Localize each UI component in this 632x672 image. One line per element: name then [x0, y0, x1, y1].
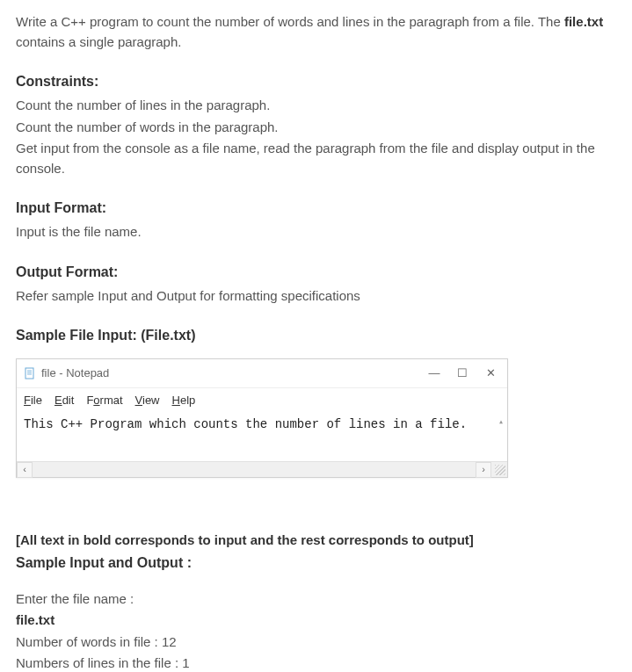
notepad-window: file - Notepad — ☐ ✕ File Edit Format Vi…: [16, 358, 508, 478]
maximize-button[interactable]: ☐: [456, 365, 469, 382]
close-button[interactable]: ✕: [484, 365, 497, 382]
sample-io-heading: Sample Input and Output :: [16, 553, 616, 574]
constraint-line: Count the number of words in the paragra…: [16, 118, 616, 138]
menu-format[interactable]: Format: [86, 392, 122, 409]
output-format-heading: Output Format:: [16, 262, 616, 283]
minimize-button[interactable]: —: [428, 365, 440, 382]
notepad-title-left: file - Notepad: [24, 365, 109, 382]
io-line: Number of words in file : 12: [16, 632, 616, 653]
notepad-app-icon: [24, 367, 36, 379]
io-line-input: file.txt: [16, 611, 616, 631]
notepad-titlebar: file - Notepad — ☐ ✕: [17, 359, 507, 388]
resize-grip-icon[interactable]: [495, 465, 505, 475]
intro-suffix: contains a single paragraph.: [16, 34, 181, 49]
notepad-text-area[interactable]: This C++ Program which counts the number…: [17, 412, 507, 461]
notepad-title-text: file - Notepad: [41, 365, 109, 382]
vertical-scroll-up-icon[interactable]: ▴: [498, 415, 504, 429]
sample-file-heading: Sample File Input: (File.txt): [16, 325, 616, 346]
constraints-heading: Constraints:: [16, 71, 616, 92]
svg-rect-0: [25, 368, 33, 379]
notepad-menubar: File Edit Format View Help: [17, 388, 507, 413]
notepad-text-content: This C++ Program which counts the number…: [24, 417, 467, 431]
horizontal-scrollbar[interactable]: ‹ ›: [17, 461, 507, 477]
notepad-window-controls: — ☐ ✕: [428, 365, 500, 382]
menu-file[interactable]: File: [24, 392, 42, 409]
scroll-left-icon[interactable]: ‹: [17, 462, 33, 478]
intro-bold-filename: file.txt: [564, 14, 603, 29]
intro-prefix: Write a C++ program to count the number …: [16, 14, 564, 29]
menu-help[interactable]: Help: [172, 392, 196, 409]
io-line: Enter the file name :: [16, 589, 616, 610]
input-format-heading: Input Format:: [16, 198, 616, 219]
constraint-line: Count the number of lines in the paragra…: [16, 96, 616, 116]
menu-edit[interactable]: Edit: [54, 392, 74, 409]
constraint-line: Get input from the console as a file nam…: [16, 139, 616, 178]
menu-view[interactable]: View: [135, 392, 160, 409]
output-format-body: Refer sample Input and Output for format…: [16, 286, 616, 307]
input-format-body: Input is the file name.: [16, 222, 616, 242]
scroll-right-icon[interactable]: ›: [476, 462, 491, 478]
io-line: Numbers of lines in the file : 1: [16, 654, 616, 672]
sample-io-note: [All text in bold corresponds to input a…: [16, 531, 616, 551]
intro-paragraph: Write a C++ program to count the number …: [16, 12, 616, 52]
